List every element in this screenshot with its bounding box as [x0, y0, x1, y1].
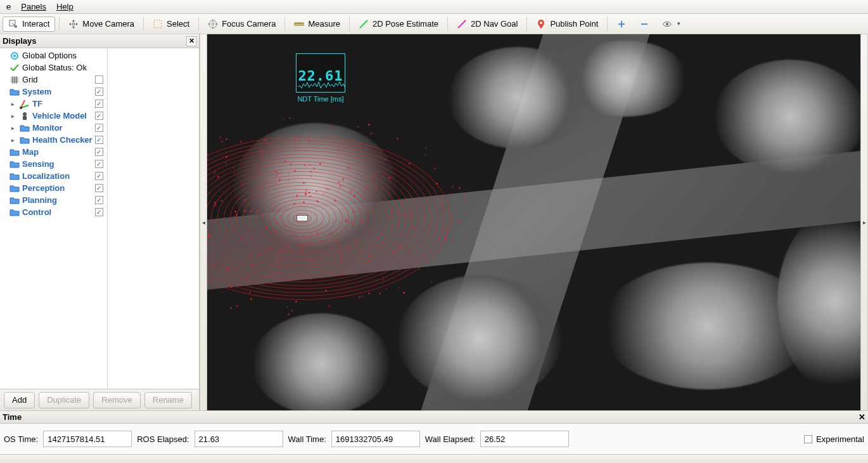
tool-publish-point[interactable]: Publish Point [531, 17, 603, 31]
ros-time-field[interactable] [43, 431, 132, 447]
svg-rect-2 [154, 20, 162, 28]
menu-file[interactable]: e [1, 1, 16, 13]
tool-minus[interactable] [634, 17, 654, 31]
time-panel: Time ✕ OS Time: ROS Elapsed: Wall Time: … [0, 410, 868, 454]
tf-icon [20, 99, 30, 109]
display-item-grid[interactable]: Grid [0, 74, 107, 86]
toolbar-separator [59, 17, 60, 31]
menu-panels[interactable]: Panels [16, 1, 51, 13]
display-item-checkbox[interactable] [95, 75, 103, 84]
ros-elapsed-field[interactable] [195, 431, 283, 447]
eye-icon [662, 19, 672, 29]
check-green-icon [10, 63, 20, 73]
menu-help[interactable]: Help [51, 1, 79, 13]
svg-point-6 [540, 22, 542, 24]
display-item-checkbox[interactable]: ✓ [95, 112, 103, 120]
display-item-checkbox[interactable]: ✓ [95, 208, 103, 216]
tool-move-camera[interactable]: Move Camera [63, 17, 139, 31]
expand-toggle-icon[interactable]: ▸ [11, 113, 17, 119]
minus-icon [639, 19, 649, 29]
displays-tree[interactable]: Global OptionsGlobal Status: OkGridSyste… [0, 48, 199, 389]
display-item-label: Health Checker [32, 135, 93, 145]
display-item-vehicle-model[interactable]: ▸Vehicle Model✓ [0, 110, 107, 122]
nav-goal-icon [457, 19, 467, 29]
main-area: Displays ✕ Global OptionsGlobal Status: … [0, 34, 868, 410]
wall-time-field[interactable] [331, 431, 420, 447]
display-item-global-options[interactable]: Global Options [0, 49, 107, 62]
svg-point-4 [212, 23, 214, 25]
display-item-checkbox[interactable]: ✓ [95, 124, 103, 132]
display-item-planning[interactable]: Planning✓ [0, 194, 107, 206]
svg-point-1 [72, 23, 75, 25]
select-icon [153, 19, 163, 29]
displays-buttons: Add Duplicate Remove Rename [0, 389, 199, 410]
display-item-checkbox[interactable]: ✓ [95, 148, 103, 156]
collapse-handle-left[interactable]: ◂ [200, 34, 207, 410]
collapse-handle-right[interactable]: ▸ [860, 34, 868, 410]
display-item-localization[interactable]: Localization✓ [0, 170, 107, 182]
folder-icon [10, 87, 20, 97]
toolbar-separator [143, 17, 144, 31]
expand-toggle-icon[interactable]: ▸ [11, 125, 17, 131]
display-item-label: TF [32, 99, 42, 108]
tool-plus[interactable] [611, 17, 632, 31]
tool-select[interactable]: Select [148, 17, 195, 31]
display-item-label: Map [22, 147, 39, 157]
display-item-checkbox[interactable]: ✓ [95, 160, 103, 168]
svg-rect-13 [23, 116, 27, 120]
svg-point-10 [13, 55, 16, 57]
display-item-monitor[interactable]: ▸Monitor✓ [0, 122, 107, 134]
rename-button[interactable]: Rename [144, 392, 192, 408]
display-item-perception[interactable]: Perception✓ [0, 182, 107, 194]
display-item-control[interactable]: Control✓ [0, 206, 107, 218]
display-item-checkbox[interactable]: ✓ [95, 88, 103, 96]
duplicate-button[interactable]: Duplicate [39, 392, 89, 408]
tool-focus-camera[interactable]: Focus Camera [203, 17, 281, 31]
expand-toggle-icon[interactable]: ▸ [11, 101, 17, 107]
display-item-global-status-ok[interactable]: Global Status: Ok [0, 62, 107, 74]
ndt-value: 22.61 [297, 68, 345, 84]
tool-2d-nav-goal[interactable]: 2D Nav Goal [452, 17, 523, 31]
pose-estimate-icon [359, 19, 369, 29]
folder-icon [10, 195, 20, 205]
display-item-tf[interactable]: ▸TF✓ [0, 98, 107, 110]
display-item-label: Perception [22, 183, 65, 193]
remove-button[interactable]: Remove [93, 392, 140, 408]
folder-icon [20, 123, 30, 133]
time-header: Time ✕ [0, 411, 868, 424]
display-item-health-checker[interactable]: ▸Health Checker✓ [0, 134, 107, 146]
folder-icon [10, 147, 20, 157]
tool-2d-pose-estimate[interactable]: 2D Pose Estimate [354, 17, 444, 31]
display-item-checkbox[interactable]: ✓ [95, 184, 103, 192]
tool-pose-estimate-label: 2D Pose Estimate [373, 19, 438, 29]
displays-title: Displays [3, 36, 36, 46]
toolbar: Interact Move Camera Select Focus Camera… [0, 14, 868, 34]
wall-time-label: Wall Time: [288, 434, 326, 444]
displays-close-button[interactable]: ✕ [186, 36, 196, 46]
display-item-checkbox[interactable]: ✓ [95, 136, 103, 144]
display-item-system[interactable]: System✓ [0, 86, 107, 98]
display-item-checkbox[interactable]: ✓ [95, 172, 103, 180]
display-item-map[interactable]: Map✓ [0, 146, 107, 158]
display-item-checkbox[interactable]: ✓ [95, 196, 103, 204]
time-body: OS Time: ROS Elapsed: Wall Time: Wall El… [0, 424, 868, 454]
gear-cyan-icon [10, 51, 20, 61]
display-item-sensing[interactable]: Sensing✓ [0, 158, 107, 170]
display-item-label: Grid [22, 75, 38, 84]
ros-elapsed-label: ROS Elapsed: [137, 434, 189, 444]
grid-icon [10, 75, 20, 85]
3d-viewport[interactable]: 22.61 NDT Time [ms] [207, 34, 860, 410]
tool-interact[interactable]: Interact [3, 16, 55, 32]
add-button[interactable]: Add [4, 392, 35, 408]
display-item-label: Global Options [22, 51, 77, 60]
display-item-label: Localization [22, 171, 70, 181]
expand-toggle-icon[interactable]: ▸ [11, 137, 17, 143]
tool-views-dropdown[interactable]: ▼ [657, 17, 686, 31]
wall-elapsed-field[interactable] [480, 431, 569, 447]
folder-icon [20, 135, 30, 145]
tool-measure[interactable]: Measure [289, 17, 345, 31]
time-close-button[interactable]: ✕ [858, 412, 865, 422]
experimental-checkbox[interactable] [804, 435, 812, 443]
svg-point-12 [23, 112, 27, 116]
display-item-checkbox[interactable]: ✓ [95, 100, 103, 108]
